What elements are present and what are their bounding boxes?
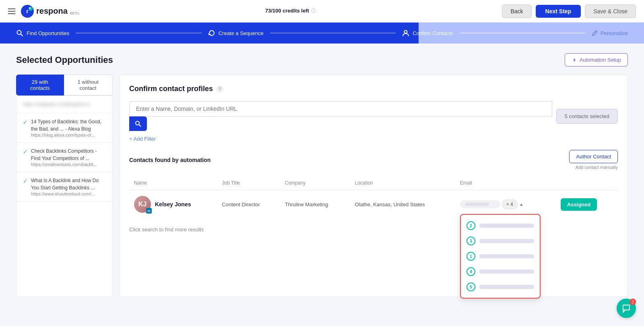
chat-badge: 2 — [630, 299, 636, 305]
contact-location-cell: Olathe, Kansas, United States — [350, 190, 455, 219]
email-circle-2: 3 — [466, 237, 475, 245]
logo-icon: r — [20, 4, 35, 19]
step-create-sequence[interactable]: Create a Sequence — [208, 29, 264, 37]
search-row: 5 contacts selected — [129, 101, 618, 131]
email-dropdown: + 4 ▲ 2 3 — [460, 199, 547, 209]
credits-info: ⓘ — [311, 8, 316, 14]
lightning-icon — [572, 57, 577, 63]
svg-line-9 — [139, 125, 141, 127]
chat-icon — [622, 304, 631, 307]
svg-marker-7 — [573, 58, 576, 62]
step-confirm-contacts[interactable]: Confirm Contacts — [402, 29, 453, 37]
logo-beta: BETA — [70, 11, 79, 15]
email-dropdown-panel: 2 3 1 — [460, 214, 541, 299]
author-contact-area: Author Contact Add contact manually — [569, 150, 618, 170]
section-title: Selected Opportunities — [16, 55, 113, 65]
tab-without-contact[interactable]: 1 without contact — [64, 75, 113, 96]
progress-bar: Find Opportunities Create a Sequence Con… — [0, 23, 644, 44]
header-left: r respona BETA — [8, 4, 79, 19]
search-input[interactable] — [129, 101, 552, 116]
email-circle-1: 2 — [466, 221, 475, 230]
opp-content: What Is A Backlink and How Do You Start … — [31, 177, 106, 196]
automation-setup-button[interactable]: Automation Setup — [565, 53, 628, 66]
edit-icon — [592, 30, 598, 36]
list-item[interactable]: ✓ 14 Types of Backlinks: the Good, the B… — [17, 113, 112, 143]
email-count-badge: + 4 — [502, 199, 518, 209]
svg-line-5 — [21, 34, 23, 36]
opp-content: 14 Types of Backlinks: the Good, the Bad… — [31, 118, 106, 137]
right-panel: Confirm contact profiles ? 5 contacts se… — [119, 75, 628, 297]
author-contact-button[interactable]: Author Contact — [569, 150, 618, 163]
contact-name-cell: KJ in Kelsey Jones — [129, 190, 217, 219]
add-filter[interactable]: + Add Filter — [129, 136, 618, 142]
email-bar-2 — [479, 239, 534, 243]
credits-count: 73/100 credits left — [265, 8, 311, 14]
confirm-header: Confirm contact profiles ? — [129, 85, 618, 93]
table-header: Name Job Title Company Location Email — [129, 176, 618, 190]
table-body: KJ in Kelsey Jones Content Director Thru… — [129, 190, 618, 219]
email-bar-4 — [479, 270, 534, 274]
back-button[interactable]: Back — [502, 4, 531, 18]
email-bar-5 — [479, 285, 534, 289]
svg-text:r: r — [26, 8, 29, 15]
email-bar-1 — [479, 224, 534, 228]
list-item[interactable]: ✓ What Is A Backlink and How Do You Star… — [17, 172, 112, 201]
contact-email-cell: + 4 ▲ 2 3 — [455, 190, 552, 219]
refresh-icon — [208, 29, 215, 37]
contacts-selected-button[interactable]: 5 contacts selected — [556, 109, 618, 124]
add-manually-label: Add contact manually — [569, 165, 618, 170]
search-icon — [16, 29, 23, 37]
check-icon: ✓ — [23, 119, 28, 125]
app-header: r respona BETA 73/100 credits left ⓘ Bac… — [0, 0, 644, 23]
col-location: Location — [350, 176, 455, 190]
tab-with-contacts[interactable]: 29 with contacts — [16, 75, 64, 96]
col-action — [552, 176, 618, 190]
job-title: Content Director — [222, 201, 260, 208]
opportunities-list: https://neilpatel.com/blog/link-b... ✓ 1… — [16, 96, 113, 297]
logo: r respona BETA — [20, 4, 79, 19]
help-icon[interactable]: ? — [216, 85, 223, 93]
email-bar-3 — [479, 254, 534, 258]
location: Olathe, Kansas, United States — [355, 201, 425, 208]
email-option-4[interactable]: 4 — [461, 264, 540, 279]
email-option-1[interactable]: 2 — [461, 218, 540, 233]
chevron-up-icon[interactable]: ▲ — [519, 202, 524, 207]
email-option-5[interactable]: 5 — [461, 279, 540, 295]
col-email: Email — [455, 176, 552, 190]
contacts-found-header: Contacts found by automation Author Cont… — [129, 150, 618, 170]
svg-point-3 — [29, 7, 31, 9]
section-header: Selected Opportunities Automation Setup — [16, 53, 628, 66]
table-row: KJ in Kelsey Jones Content Director Thru… — [129, 190, 618, 219]
opp-item-blur: https://neilpatel.com/blog/link-b... — [23, 101, 106, 108]
user-icon — [402, 29, 409, 37]
header-actions: Back Next Step Save & Close — [502, 4, 636, 18]
email-option-3[interactable]: 1 — [461, 249, 540, 264]
save-close-button[interactable]: Save & Close — [585, 4, 636, 18]
col-job-title: Job Title — [217, 176, 280, 190]
email-option-2[interactable]: 3 — [461, 233, 540, 249]
credits-text: 73/100 credits left ⓘ — [265, 8, 316, 15]
connector-2 — [270, 33, 396, 33]
tab-bar: 29 with contacts 1 without contact — [16, 75, 113, 96]
email-circle-3: 1 — [466, 252, 475, 261]
hamburger-menu[interactable] — [8, 8, 15, 14]
col-company: Company — [280, 176, 350, 190]
check-icon: ✓ — [23, 178, 28, 184]
email-circle-5: 5 — [466, 282, 475, 291]
list-item[interactable]: ✓ Check Backlinks Competitors - Find You… — [17, 143, 112, 172]
assigned-button[interactable]: Assigned — [561, 198, 597, 211]
email-pill — [460, 200, 500, 208]
contacts-found-title: Contacts found by automation — [129, 157, 211, 163]
click-search-text: Click search to find more results — [129, 226, 618, 233]
connector-1 — [76, 33, 201, 33]
step-find-opportunities[interactable]: Find Opportunities — [16, 29, 69, 37]
content-area: 29 with contacts 1 without contact https… — [16, 75, 628, 297]
step-personalize[interactable]: Personalize — [592, 30, 628, 36]
col-name: Name — [129, 176, 217, 190]
logo-text: respona — [36, 6, 68, 16]
list-item[interactable]: https://neilpatel.com/blog/link-b... — [17, 96, 112, 113]
next-step-button[interactable]: Next Step — [536, 5, 581, 18]
svg-point-6 — [405, 31, 407, 33]
search-button[interactable] — [129, 116, 147, 131]
company: Thruline Marketing — [285, 201, 328, 208]
